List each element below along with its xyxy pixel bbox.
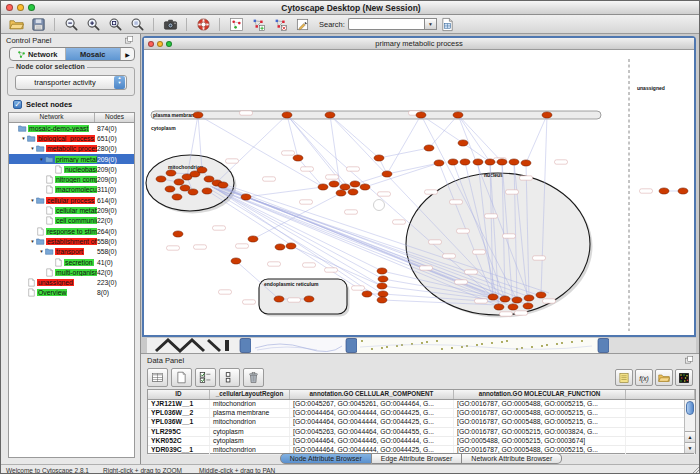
graph-node[interactable] <box>521 160 531 166</box>
table-cell[interactable]: [GO:0016787, GO:0005488, GO:0005215, G..… <box>454 409 626 417</box>
select-nodes-checkbox[interactable]: ✓ <box>13 100 22 109</box>
table-cell[interactable]: [GO:0044464, GO:0044444, GO:0044425, G..… <box>290 418 454 426</box>
table-row[interactable]: YPL036W__1mitochondrion[GO:0044464, GO:0… <box>148 418 695 427</box>
graph-node[interactable] <box>424 145 434 151</box>
graph-node[interactable] <box>325 112 335 118</box>
column-header[interactable]: annotation.GO MOLECULAR_FUNCTION <box>454 390 626 399</box>
column-header[interactable]: _cellularLayoutRegion <box>210 390 290 399</box>
tree-row[interactable]: Overview8(0) <box>9 288 134 298</box>
graph-node[interactable] <box>293 155 303 161</box>
search-dropdown-arrow-icon[interactable]: ▼ <box>424 18 437 30</box>
tree-row[interactable]: ▼transport558(0) <box>9 247 134 257</box>
graph-node[interactable] <box>362 291 372 297</box>
table-cell[interactable]: mitochondrion <box>210 400 290 408</box>
graph-node[interactable] <box>248 236 258 242</box>
table-cell[interactable]: YJR121W__1 <box>148 400 210 408</box>
table-cell[interactable]: YPL036W__1 <box>148 418 210 426</box>
new-attribute-button[interactable] <box>171 368 192 387</box>
import-attribute-file-button[interactable] <box>655 369 673 386</box>
table-row[interactable]: YLR295Ccytoplasm[GO:0045263, GO:0044464,… <box>148 428 695 437</box>
graph-node[interactable] <box>458 140 468 146</box>
graph-node[interactable] <box>193 112 203 118</box>
graph-node[interactable] <box>165 186 175 192</box>
compartment-plasma-membrane[interactable] <box>151 111 601 119</box>
graph-node[interactable] <box>434 160 444 166</box>
table-row[interactable]: YJR121W__1mitochondrion[GO:0045267, GO:0… <box>148 400 695 409</box>
column-header[interactable]: annotation.GO CELLULAR_COMPONENT <box>290 390 454 399</box>
expand-arrow-icon[interactable]: ▼ <box>29 239 36 244</box>
expand-arrow-icon[interactable]: ▼ <box>20 136 27 141</box>
graph-node[interactable] <box>202 188 212 194</box>
graph-node[interactable] <box>542 112 552 118</box>
tree-row[interactable]: macromolecule311(0) <box>9 185 134 195</box>
zoom-fit-button[interactable] <box>126 16 148 33</box>
zoom-in-button[interactable] <box>82 16 104 33</box>
table-cell[interactable]: YKR052C <box>148 437 210 445</box>
graph-node[interactable] <box>378 291 388 297</box>
tree-row[interactable]: ▼cellular process614(0) <box>9 195 134 205</box>
table-cell[interactable]: [GO:0044464, GO:0044444, GO:0044425, G..… <box>290 409 454 417</box>
unselect-attributes-button[interactable] <box>219 368 240 387</box>
tree-row[interactable]: unassigned223(0) <box>9 277 134 287</box>
search-input[interactable] <box>348 18 424 30</box>
annotation-button[interactable] <box>291 16 313 33</box>
open-file-button[interactable] <box>5 16 27 33</box>
tab-node-attribute-browser[interactable]: Node Attribute Browser <box>280 453 372 464</box>
graph-node[interactable] <box>460 159 470 165</box>
graph-node[interactable] <box>508 304 518 310</box>
table-cell[interactable]: [GO:0045267, GO:0045261, GO:0044464, G..… <box>290 400 454 408</box>
graph-node[interactable] <box>453 112 463 118</box>
node-color-dropdown[interactable]: transporter activity ▲▼ <box>15 75 127 90</box>
tab-edge-attribute-browser[interactable]: Edge Attribute Browser <box>372 453 463 464</box>
graph-node[interactable] <box>348 189 358 195</box>
tree-row[interactable]: multi-organism pro42(0) <box>9 267 134 277</box>
graph-node[interactable] <box>473 159 483 165</box>
matrix-view-button[interactable] <box>675 369 693 386</box>
graph-node[interactable] <box>173 231 183 237</box>
graph-node[interactable] <box>509 159 519 165</box>
graph-node[interactable] <box>494 304 504 310</box>
graph-node[interactable] <box>172 194 182 200</box>
tab-overflow-arrow-icon[interactable]: ▶ <box>121 48 134 60</box>
graph-node[interactable] <box>156 176 166 182</box>
graph-node[interactable] <box>360 184 370 190</box>
expand-arrow-icon[interactable]: ▼ <box>38 157 45 162</box>
destroy-view-button[interactable] <box>269 16 291 33</box>
graph-node[interactable] <box>282 112 292 118</box>
scroll-down-button[interactable]: ▼ <box>685 442 695 453</box>
graph-node[interactable] <box>218 182 228 188</box>
network-view-window[interactable]: primary metabolic process plasma membran… <box>142 36 696 337</box>
table-cell[interactable]: [GO:0016787, GO:0005215, GO:0003824, G..… <box>454 428 626 436</box>
table-cell[interactable]: [GO:0016787, GO:0005488, GO:0005215, G..… <box>454 418 626 426</box>
attribute-grid-button[interactable] <box>147 368 168 387</box>
graph-node[interactable] <box>340 184 350 190</box>
graph-node[interactable] <box>523 303 533 309</box>
table-cell[interactable]: [GO:0005488, GO:0005215, GO:0003674] <box>454 437 626 445</box>
graph-node[interactable] <box>485 159 495 165</box>
tree-row[interactable]: cellular metabo209(0) <box>9 205 134 215</box>
graph-node[interactable] <box>524 295 534 301</box>
resize-grip-icon[interactable] <box>691 466 700 474</box>
graph-node[interactable] <box>286 243 296 249</box>
graph-node[interactable] <box>536 292 546 298</box>
tree-row[interactable]: secretion41(0) <box>9 257 134 267</box>
graph-node[interactable] <box>374 155 384 161</box>
table-cell[interactable]: [GO:0045263, GO:0044464, GO:0044455, G..… <box>290 428 454 436</box>
tree-row[interactable]: cell communicat22(0) <box>9 216 134 226</box>
expand-arrow-icon[interactable]: ▼ <box>38 249 45 254</box>
tree-row[interactable]: nucleobase-209(0) <box>9 164 134 174</box>
select-attributes-button[interactable] <box>195 368 216 387</box>
graph-node[interactable] <box>497 159 507 165</box>
save-session-button[interactable] <box>27 16 49 33</box>
formula-builder-button[interactable]: f(x) <box>635 369 653 386</box>
graph-node[interactable] <box>488 294 498 300</box>
graph-node[interactable] <box>512 297 522 303</box>
graph-node[interactable] <box>377 268 387 274</box>
tab-mosaic[interactable]: Mosaic <box>66 48 122 60</box>
tab-network-attribute-browser[interactable]: Network Attribute Browser <box>462 453 562 464</box>
help-button[interactable] <box>192 16 214 33</box>
expand-arrow-icon[interactable]: ▼ <box>29 146 36 151</box>
label-editor-button[interactable] <box>615 369 633 386</box>
tree-column-nodes[interactable]: Nodes <box>95 113 134 122</box>
graph-node[interactable] <box>174 179 184 185</box>
